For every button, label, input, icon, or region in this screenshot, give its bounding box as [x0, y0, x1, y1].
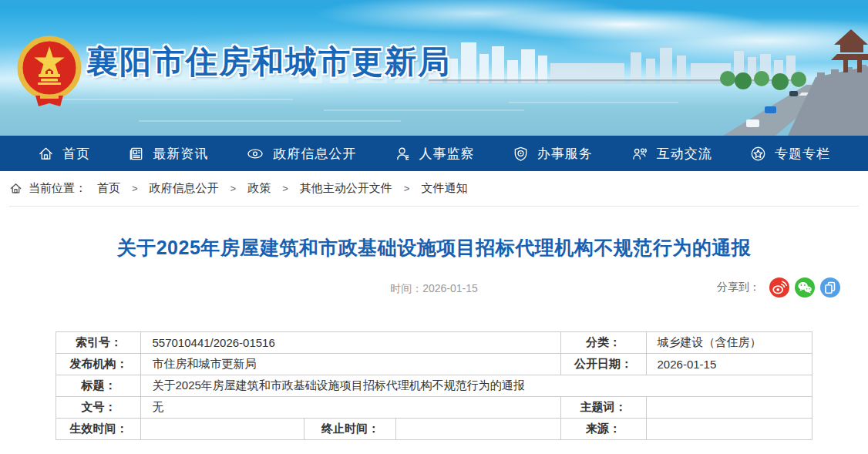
share-wechat-button[interactable]: [795, 277, 815, 298]
doc-no-label: 文号：: [56, 397, 141, 419]
nav-item-home[interactable]: 首页: [38, 145, 90, 163]
breadcrumb-item-other-docs[interactable]: 其他主动公开文件: [300, 181, 392, 196]
keywords-label: 主题词：: [560, 397, 646, 419]
shield-icon: [513, 146, 529, 162]
share-weibo-button[interactable]: [769, 277, 789, 298]
effective-label: 生效时间：: [56, 419, 141, 440]
doc-no-value: 无: [141, 397, 560, 419]
person-icon: [395, 146, 411, 162]
document-info-table: 索引号： 557010441/2026-01516 分类： 城乡建设（含住房） …: [56, 331, 812, 440]
breadcrumb-separator: >: [282, 183, 288, 194]
pub-date-value: 2026-01-15: [646, 354, 812, 375]
home-icon: [9, 182, 22, 195]
breadcrumb-item-policy[interactable]: 政策: [247, 181, 271, 196]
main-nav: 首页 最新资讯 政府信息公开 人事监察 办事服务 互动交流 专题专栏: [0, 136, 868, 171]
article-meta: 时间：2026-01-15 分享到：: [0, 277, 868, 299]
share-copy-button[interactable]: [820, 277, 840, 298]
effective-value: [141, 419, 304, 440]
table-row: 标题： 关于2025年房屋建筑和市政基础设施项目招标代理机构不规范行为的通报: [56, 375, 812, 397]
source-label: 来源：: [560, 419, 646, 440]
national-emblem[interactable]: [17, 34, 82, 111]
category-label: 分类：: [560, 332, 646, 354]
pub-date-label: 公开日期：: [560, 354, 646, 375]
breadcrumb-item-notices[interactable]: 文件通知: [421, 181, 467, 196]
nav-label: 专题专栏: [775, 145, 830, 163]
copy-icon: [820, 277, 840, 298]
site-banner: 襄阳市住房和城市更新局: [0, 0, 868, 136]
breadcrumb: 当前位置： 首页 > 政府信息公开 > 政策 > 其他主动公开文件 > 文件通知: [9, 171, 859, 206]
share-label: 分享到：: [717, 281, 760, 294]
site-title[interactable]: 襄阳市住房和城市更新局: [86, 41, 451, 83]
table-row: 索引号： 557010441/2026-01516 分类： 城乡建设（含住房）: [56, 332, 812, 354]
nav-label: 首页: [62, 145, 90, 163]
nav-item-services[interactable]: 办事服务: [513, 145, 593, 163]
source-value: [646, 419, 812, 440]
nav-item-gov-info[interactable]: 政府信息公开: [246, 145, 356, 163]
nav-label: 办事服务: [537, 145, 593, 163]
nav-label: 互动交流: [657, 145, 712, 163]
time-value: 2026-01-15: [422, 282, 478, 294]
category-value: 城乡建设（含住房）: [646, 332, 812, 354]
index-label: 索引号：: [56, 332, 141, 354]
wechat-icon: [795, 277, 815, 298]
article-title: 关于2025年房屋建筑和市政基础设施项目招标代理机构不规范行为的通报: [0, 235, 868, 261]
star-icon: [750, 146, 766, 162]
index-value: 557010441/2026-01516: [141, 332, 560, 354]
breadcrumb-item-gov-info[interactable]: 政府信息公开: [150, 181, 219, 196]
share-bar: 分享到：: [717, 277, 840, 298]
agency-label: 发布机构：: [56, 354, 141, 375]
title-label: 标题：: [56, 375, 141, 397]
breadcrumb-container: 当前位置： 首页 > 政府信息公开 > 政策 > 其他主动公开文件 > 文件通知: [9, 171, 859, 207]
nav-label: 最新资讯: [153, 145, 208, 163]
nav-item-news[interactable]: 最新资讯: [128, 145, 208, 163]
nav-label: 人事监察: [419, 145, 475, 163]
breadcrumb-location-label: 当前位置：: [29, 181, 86, 196]
nav-item-interaction[interactable]: 互动交流: [631, 145, 712, 163]
time-label: 时间：: [390, 282, 422, 294]
nav-item-special[interactable]: 专题专栏: [750, 145, 830, 163]
agency-value: 市住房和城市更新局: [141, 354, 560, 375]
table-row: 文号： 无 主题词：: [56, 397, 812, 419]
weibo-icon: [769, 277, 789, 298]
home-icon: [38, 146, 54, 162]
breadcrumb-item-home[interactable]: 首页: [97, 181, 120, 196]
table-row: 生效时间： 终止时间： 来源：: [56, 419, 812, 440]
title-value: 关于2025年房屋建筑和市政基础设施项目招标代理机构不规范行为的通报: [141, 375, 812, 397]
nav-item-personnel[interactable]: 人事监察: [395, 145, 475, 163]
nav-label: 政府信息公开: [273, 145, 356, 163]
table-row: 发布机构： 市住房和城市更新局 公开日期： 2026-01-15: [56, 354, 812, 375]
keywords-value: [646, 397, 812, 419]
breadcrumb-separator: >: [404, 183, 410, 194]
breadcrumb-separator: >: [132, 183, 138, 194]
expiry-value: [396, 419, 560, 440]
expiry-label: 终止时间：: [304, 419, 396, 440]
chat-icon: [631, 146, 648, 162]
news-icon: [128, 146, 144, 162]
breadcrumb-separator: >: [230, 183, 237, 194]
eye-icon: [246, 146, 264, 162]
